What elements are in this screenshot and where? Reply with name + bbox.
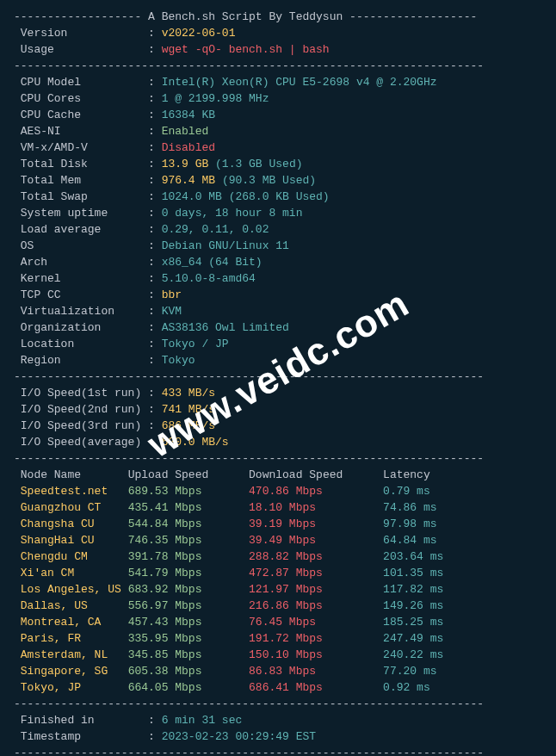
- net-latency: 240.22 ms: [383, 648, 443, 661]
- net-latency: 247.49 ms: [383, 632, 443, 645]
- sys-label: Virtualization: [14, 305, 148, 318]
- sys-label: Location: [14, 338, 148, 350]
- version-label: Version: [14, 27, 148, 40]
- divider: ----------------------------------------…: [14, 745, 542, 756]
- usage-line: Usage : wget -qO- bench.sh | bash: [14, 41, 542, 58]
- io-value: 741 MB/s: [162, 403, 215, 416]
- sys-row: Load average : 0.29, 0.11, 0.02: [14, 221, 542, 238]
- footer-label: Finished in: [14, 714, 148, 727]
- net-node: Guangzhou CT: [14, 501, 128, 514]
- dash: ----------------------------------------…: [14, 59, 484, 72]
- net-latency: 0.92 ms: [383, 681, 430, 694]
- net-row: Changsha CU 544.84 Mbps 39.19 Mbps 97.98…: [14, 516, 542, 532]
- sep: :: [148, 714, 162, 727]
- sep: :: [148, 43, 162, 56]
- dash: ----------------------------------------…: [14, 697, 484, 710]
- net-upload: 541.79 Mbps: [128, 567, 249, 579]
- net-latency: 203.64 ms: [383, 550, 443, 563]
- sep: :: [148, 27, 162, 40]
- net-download: 470.86 Mbps: [249, 485, 383, 498]
- net-latency: 185.25 ms: [383, 616, 443, 629]
- io-value: 433 MB/s: [162, 387, 215, 400]
- sep: :: [148, 321, 162, 334]
- mem-used: (90.3 MB Used): [222, 174, 316, 187]
- sep: :: [148, 288, 162, 301]
- net-node: Amsterdam, NL: [14, 648, 128, 661]
- sys-label: Region: [14, 354, 148, 367]
- swap-label: Total Swap: [14, 190, 148, 203]
- net-row: Guangzhou CT 435.41 Mbps 18.10 Mbps 74.8…: [14, 499, 542, 516]
- sys-label: CPU Cache: [14, 108, 148, 121]
- sep: :: [148, 125, 162, 138]
- net-row: ShangHai CU 746.35 Mbps 39.49 Mbps 64.84…: [14, 532, 542, 548]
- net-node: Dallas, US: [14, 599, 128, 612]
- sys-label: VM-x/AMD-V: [14, 141, 148, 154]
- version-line: Version : v2022-06-01: [14, 25, 542, 41]
- sys-value: 5.10.0-8-amd64: [162, 272, 256, 285]
- net-latency: 0.79 ms: [383, 485, 430, 498]
- sep: :: [148, 158, 162, 170]
- sys-value: AS38136 Owl Limited: [162, 321, 289, 334]
- net-download: 121.97 Mbps: [249, 583, 383, 596]
- mem-row: Total Mem : 976.4 MB (90.3 MB Used): [14, 172, 542, 189]
- net-node: Tokyo, JP: [14, 681, 128, 694]
- sep: :: [148, 174, 162, 187]
- net-header-node: Node Name: [14, 468, 128, 481]
- sep: :: [148, 239, 162, 252]
- header-line: ------------------- A Bench.sh Script By…: [14, 9, 542, 25]
- net-row: Speedtest.net 689.53 Mbps 470.86 Mbps 0.…: [14, 483, 542, 499]
- sys-row: TCP CC : bbr: [14, 287, 542, 303]
- sys-value: 1 @ 2199.998 MHz: [162, 92, 269, 105]
- sep: :: [148, 256, 162, 269]
- sys-label: CPU Model: [14, 76, 148, 89]
- sep: :: [148, 338, 162, 350]
- sys-label: AES-NI: [14, 125, 148, 138]
- sys-label: Kernel: [14, 272, 148, 285]
- sep: :: [148, 190, 162, 203]
- sep: :: [148, 92, 162, 105]
- sys-row: CPU Cores : 1 @ 2199.998 MHz: [14, 90, 542, 107]
- mem-label: Total Mem: [14, 174, 148, 187]
- net-node: ShangHai CU: [14, 534, 128, 547]
- io-label: I/O Speed(2nd run): [14, 403, 148, 416]
- io-row: I/O Speed(1st run) : 433 MB/s: [14, 385, 542, 401]
- net-latency: 77.20 ms: [383, 665, 436, 678]
- net-header-latency: Latency: [383, 468, 430, 481]
- net-latency: 117.82 ms: [383, 583, 443, 596]
- sep: :: [148, 141, 162, 154]
- net-upload: 435.41 Mbps: [128, 501, 249, 514]
- sys-value: Debian GNU/Linux 11: [162, 239, 289, 252]
- footer-value: 2023-02-23 00:29:49 EST: [162, 730, 316, 743]
- net-upload: 391.78 Mbps: [128, 550, 249, 563]
- net-upload: 605.38 Mbps: [128, 665, 249, 678]
- sys-value: Intel(R) Xeon(R) CPU E5-2698 v4 @ 2.20GH…: [162, 76, 437, 89]
- net-download: 86.83 Mbps: [249, 665, 383, 678]
- dash: ----------------------------------------…: [14, 747, 484, 756]
- net-node: Speedtest.net: [14, 485, 128, 498]
- sys-value: Tokyo / JP: [162, 338, 229, 350]
- version-value: v2022-06-01: [162, 27, 236, 40]
- sys-row: AES-NI : Enabled: [14, 123, 542, 139]
- io-row: I/O Speed(average) : 620.0 MB/s: [14, 434, 542, 450]
- net-upload: 683.92 Mbps: [128, 583, 249, 596]
- net-node: Xi'an CM: [14, 567, 128, 579]
- swap-value: 1024.0 MB (268.0 KB Used): [162, 190, 330, 203]
- sp: [215, 174, 222, 187]
- io-row: I/O Speed(3rd run) : 686 MB/s: [14, 418, 542, 434]
- net-download: 686.41 Mbps: [249, 681, 383, 694]
- net-download: 39.19 Mbps: [249, 517, 383, 530]
- sys-value: Tokyo: [162, 354, 195, 367]
- sys-label: System uptime: [14, 207, 148, 220]
- sep: :: [148, 207, 162, 220]
- net-upload: 335.95 Mbps: [128, 632, 249, 645]
- disk-value: 13.9 GB: [162, 158, 209, 170]
- sys-value: x86_64 (64 Bit): [162, 256, 263, 269]
- sys-row: Region : Tokyo: [14, 352, 542, 369]
- sys-label: Arch: [14, 256, 148, 269]
- sys-row: Arch : x86_64 (64 Bit): [14, 254, 542, 270]
- net-row: Chengdu CM 391.78 Mbps 288.82 Mbps 203.6…: [14, 548, 542, 565]
- footer-label: Timestamp: [14, 730, 148, 743]
- io-label: I/O Speed(1st run): [14, 387, 148, 400]
- net-download: 288.82 Mbps: [249, 550, 383, 563]
- net-node: Los Angeles, US: [14, 583, 128, 596]
